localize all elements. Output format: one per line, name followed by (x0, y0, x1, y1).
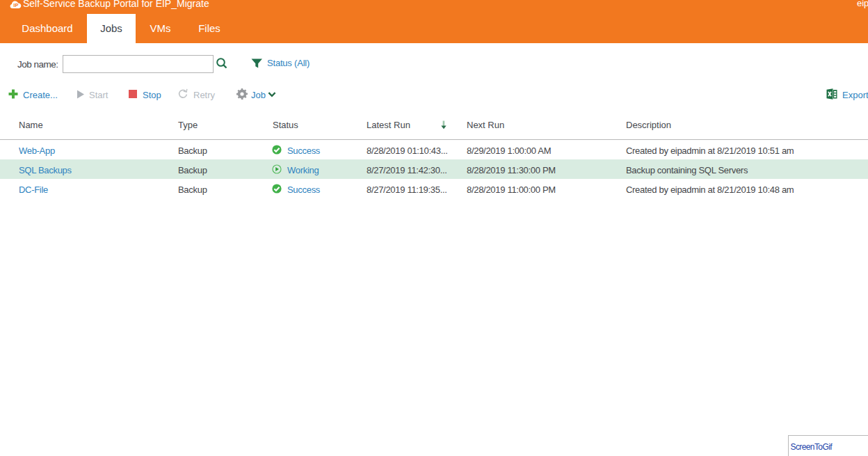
svg-text:IP: IP (13, 2, 18, 8)
